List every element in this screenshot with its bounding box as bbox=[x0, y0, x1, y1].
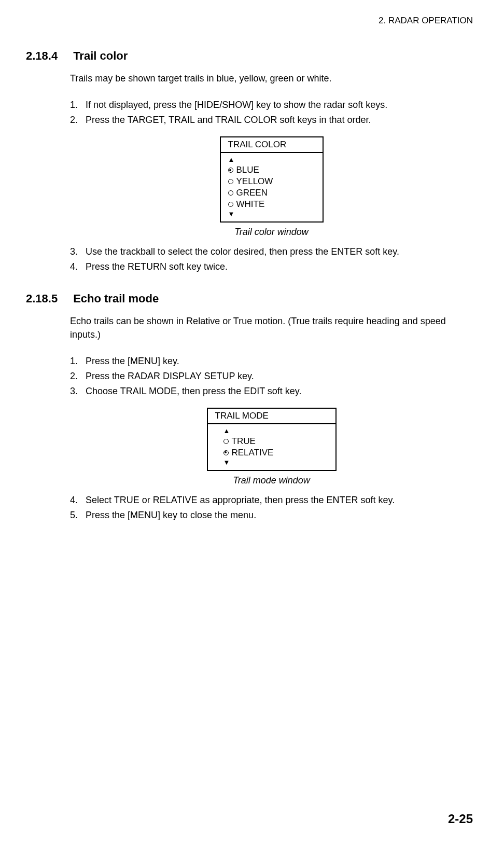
section-title: Trail color bbox=[73, 49, 128, 62]
list-item: 1.If not displayed, press the [HIDE/SHOW… bbox=[70, 98, 473, 112]
chapter-header: 2. RADAR OPERATION bbox=[26, 16, 473, 26]
radio-icon bbox=[228, 179, 233, 184]
section1-intro: Trails may be shown target trails in blu… bbox=[70, 72, 473, 85]
window-title: TRAIL MODE bbox=[208, 409, 335, 424]
section-heading-trail-color: 2.18.4 Trail color bbox=[26, 49, 473, 63]
radio-selected-icon bbox=[223, 450, 229, 455]
page-number: 2-25 bbox=[448, 812, 473, 826]
list-item: 5.Press the [MENU] key to close the menu… bbox=[70, 508, 473, 522]
section-number: 2.18.4 bbox=[26, 49, 70, 63]
trail-mode-window: TRAIL MODE ▲ TRUE RELATIVE ▼ bbox=[207, 408, 337, 471]
radio-icon bbox=[223, 439, 229, 444]
section-number: 2.18.5 bbox=[26, 292, 70, 306]
list-item: 2.Press the RADAR DISPLAY SETUP key. bbox=[70, 369, 473, 383]
section-heading-echo-trail-mode: 2.18.5 Echo trail mode bbox=[26, 292, 473, 306]
window-title: TRAIL COLOR bbox=[221, 137, 323, 153]
option-green: GREEN bbox=[228, 187, 317, 199]
section1-steps-a: 1.If not displayed, press the [HIDE/SHOW… bbox=[70, 98, 473, 127]
list-item: 4.Press the RETURN soft key twice. bbox=[70, 260, 473, 274]
radio-icon bbox=[228, 190, 233, 196]
section1-steps-b: 3.Use the trackball to select the color … bbox=[70, 245, 473, 274]
scroll-down-icon: ▼ bbox=[223, 459, 330, 467]
trail-color-window: TRAIL COLOR ▲ BLUE YELLOW GREEN WHITE ▼ bbox=[220, 136, 324, 223]
trail-color-caption: Trail color window bbox=[70, 227, 473, 238]
list-item: 2.Press the TARGET, TRAIL and TRAIL COLO… bbox=[70, 113, 473, 127]
section2-intro: Echo trails can be shown in Relative or … bbox=[70, 315, 473, 341]
radio-selected-icon bbox=[228, 168, 233, 173]
list-item: 3.Use the trackball to select the color … bbox=[70, 245, 473, 259]
scroll-up-icon: ▲ bbox=[223, 427, 330, 436]
option-relative: RELATIVE bbox=[223, 447, 330, 459]
radio-icon bbox=[228, 202, 233, 207]
scroll-up-icon: ▲ bbox=[228, 156, 317, 164]
scroll-down-icon: ▼ bbox=[228, 210, 317, 219]
option-true: TRUE bbox=[223, 436, 330, 447]
list-item: 1.Press the [MENU] key. bbox=[70, 354, 473, 368]
section2-steps-a: 1.Press the [MENU] key. 2.Press the RADA… bbox=[70, 354, 473, 398]
trail-mode-caption: Trail mode window bbox=[70, 475, 473, 486]
option-yellow: YELLOW bbox=[228, 176, 317, 187]
section2-steps-b: 4.Select TRUE or RELATIVE as appropriate… bbox=[70, 493, 473, 522]
list-item: 3.Choose TRAIL MODE, then press the EDIT… bbox=[70, 384, 473, 398]
section-title: Echo trail mode bbox=[73, 292, 159, 305]
option-white: WHITE bbox=[228, 199, 317, 210]
list-item: 4.Select TRUE or RELATIVE as appropriate… bbox=[70, 493, 473, 507]
option-blue: BLUE bbox=[228, 164, 317, 176]
